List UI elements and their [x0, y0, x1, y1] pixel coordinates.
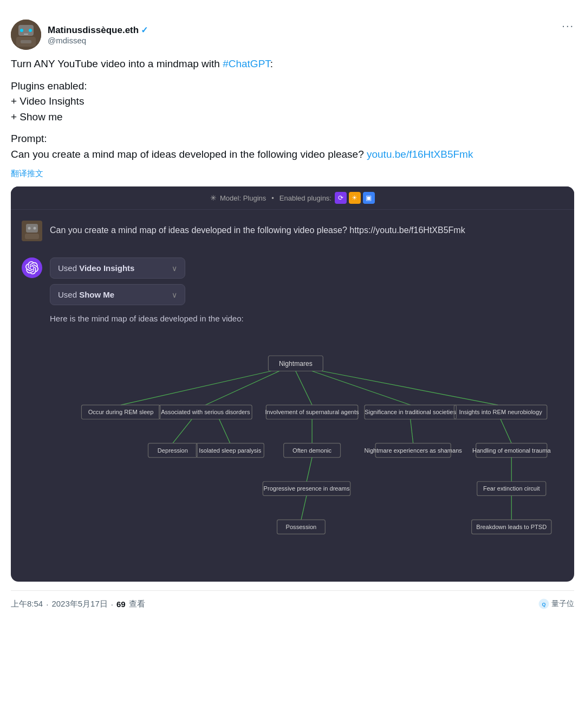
chatgpt-screenshot-card: ✳ Model: Plugins • Enabled plugins: ⟳ ☀ … — [11, 186, 574, 582]
svg-text:Nightmare experiencers as sham: Nightmare experiencers as shamans — [364, 447, 462, 454]
user-message-avatar — [22, 221, 42, 241]
plugins-icon: ✳ — [210, 194, 217, 202]
source-info: Q 量子位 — [538, 598, 574, 609]
svg-point-2 — [20, 29, 23, 32]
tweet-body: Turn ANY YouTube video into a mindmap wi… — [11, 56, 574, 162]
svg-line-38 — [411, 419, 413, 443]
used-show-me-button[interactable]: Used Show Me ∨ — [50, 284, 185, 305]
plugin-icons-group: ⟳ ☀ ▣ — [335, 192, 375, 204]
hashtag-chatgpt[interactable]: #ChatGPT — [223, 58, 270, 69]
ai-response-block: Used Video Insights ∨ Used Show Me ∨ Her… — [11, 252, 574, 582]
author-name: Matinusdissèque.eth ✓ — [48, 25, 148, 36]
used-video-insights-button[interactable]: Used Video Insights ∨ — [50, 257, 185, 279]
svg-text:Q: Q — [542, 602, 545, 607]
plugin-badge-1: ⟳ — [335, 192, 347, 204]
ai-content-area: Used Video Insights ∨ Used Show Me ∨ Her… — [50, 257, 563, 571]
youtube-link[interactable]: youtu.be/f16HtXB5Fmk — [367, 149, 473, 160]
used-show-me-label: Used Show Me — [58, 290, 114, 299]
mindmap-svg: Nightmares Occur — [55, 339, 558, 558]
svg-line-15 — [205, 371, 279, 405]
svg-line-17 — [312, 371, 411, 405]
svg-rect-4 — [24, 34, 28, 35]
svg-line-16 — [296, 371, 312, 405]
tweet-date: 2023年5月17日 — [51, 599, 107, 609]
translate-button[interactable]: 翻译推文 — [11, 169, 43, 179]
plugin-badge-2: ☀ — [349, 192, 361, 204]
user-message-text: Can you create a mind map of ideas devel… — [50, 221, 465, 237]
svg-point-9 — [28, 227, 31, 230]
svg-text:Significance in traditional so: Significance in traditional societies — [365, 409, 456, 415]
svg-text:Fear extinction circuit: Fear extinction circuit — [483, 485, 540, 492]
source-name: 量子位 — [551, 599, 574, 609]
svg-text:Involvement of supernatural ag: Involvement of supernatural agents — [265, 409, 360, 415]
svg-rect-6 — [21, 40, 31, 43]
user-message-block: Can you create a mind map of ideas devel… — [11, 210, 574, 252]
svg-text:Isolated sleep paralysis: Isolated sleep paralysis — [199, 447, 262, 454]
avatar[interactable] — [11, 20, 41, 50]
mindmap-visualization: Nightmares Occur — [50, 334, 563, 571]
svg-text:Insights into REM neurobiology: Insights into REM neurobiology — [459, 409, 542, 415]
chatgpt-header-bar: ✳ Model: Plugins • Enabled plugins: ⟳ ☀ … — [11, 186, 574, 210]
tweet-plugins-section: Plugins enabled: + Video Insights + Show… — [11, 79, 574, 125]
svg-rect-11 — [25, 234, 39, 239]
svg-text:Depression: Depression — [158, 447, 188, 454]
svg-text:Often demonic: Often demonic — [292, 447, 332, 454]
chatgpt-logo — [22, 257, 42, 278]
footer-dot-2: · — [111, 600, 113, 609]
svg-rect-8 — [26, 224, 38, 233]
svg-text:Handling of emotional trauma: Handling of emotional trauma — [472, 447, 551, 454]
svg-text:Possession: Possession — [286, 524, 317, 530]
more-options-button[interactable]: ··· — [562, 20, 574, 32]
svg-point-3 — [29, 29, 32, 32]
tweet-time: 上午8:54 — [11, 599, 43, 609]
footer-dot-1: · — [46, 600, 48, 609]
enabled-plugins-label: Enabled plugins: — [280, 194, 332, 202]
svg-line-14 — [121, 371, 271, 405]
model-label: Model: Plugins — [220, 194, 266, 202]
chevron-down-icon-2: ∨ — [172, 291, 177, 299]
plugin-badge-3: ▣ — [363, 192, 375, 204]
tweet-footer: 上午8:54 · 2023年5月17日 · 69 查看 Q 量子位 — [11, 590, 574, 617]
tweet: Matinusdissèque.eth ✓ @mdisseq ··· Turn … — [11, 11, 574, 626]
svg-line-18 — [322, 371, 498, 405]
views-suffix: 查看 — [129, 599, 145, 609]
svg-line-50 — [301, 495, 307, 519]
chevron-down-icon: ∨ — [172, 264, 177, 273]
used-video-insights-label: Used Video Insights — [58, 263, 134, 273]
svg-line-41 — [500, 419, 511, 443]
svg-line-29 — [173, 419, 192, 443]
author-info: Matinusdissèque.eth ✓ @mdisseq — [48, 25, 148, 45]
svg-text:Nightmares: Nightmares — [279, 360, 313, 368]
tweet-header: Matinusdissèque.eth ✓ @mdisseq ··· — [11, 20, 574, 50]
tweet-timestamp: 上午8:54 · 2023年5月17日 · 69 查看 — [11, 599, 145, 609]
views-count: 69 — [116, 600, 126, 609]
tweet-line-1: Turn ANY YouTube video into a mindmap wi… — [11, 56, 574, 72]
svg-text:Occur during REM sleep: Occur during REM sleep — [88, 409, 154, 415]
tweet-prompt-section: Prompt: Can you create a mind map of ide… — [11, 131, 574, 162]
source-logo: Q 量子位 — [538, 598, 574, 609]
svg-text:Associated with serious disord: Associated with serious disorders — [161, 409, 250, 415]
svg-point-10 — [34, 227, 36, 230]
avatar-image — [11, 20, 41, 50]
ai-response-text: Here is the mind map of ideas developed … — [50, 314, 563, 323]
author-block: Matinusdissèque.eth ✓ @mdisseq — [11, 20, 148, 50]
svg-text:Progressive presence in dreams: Progressive presence in dreams — [264, 485, 350, 492]
svg-text:Breakdown leads to PTSD: Breakdown leads to PTSD — [476, 524, 547, 530]
author-handle: @mdisseq — [48, 36, 148, 45]
svg-line-32 — [219, 419, 230, 443]
svg-line-44 — [307, 458, 312, 481]
verified-icon: ✓ — [141, 25, 148, 35]
